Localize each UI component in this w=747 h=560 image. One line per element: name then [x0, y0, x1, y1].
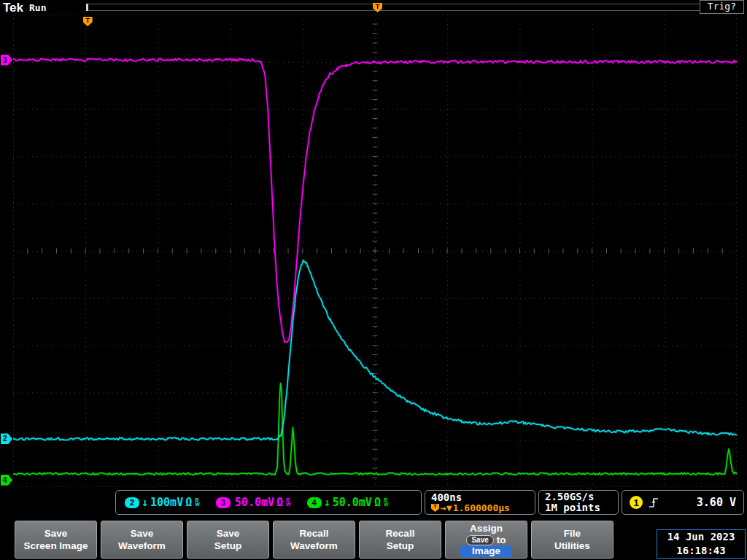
time: 16:18:43: [676, 544, 725, 558]
ch2-coupling: Ω: [185, 496, 192, 509]
ch2-prefix: ↓: [142, 496, 148, 509]
timebase-scale: 400ns: [431, 492, 462, 503]
trigger-source-badge: 1: [630, 496, 643, 509]
file-utilities-button[interactable]: FileUtilities: [531, 521, 614, 559]
ch4-scale: 50.0mV: [333, 496, 372, 509]
ch3-scale: 50.0mV: [235, 496, 274, 509]
ch3-readout: 3 50.0mV Ω BW: [216, 496, 291, 509]
save-waveform-button[interactable]: SaveWaveform: [101, 521, 183, 559]
record-length: 1M points: [545, 502, 600, 513]
save-setup-button[interactable]: SaveSetup: [187, 521, 269, 559]
ch4-badge: 4: [307, 497, 322, 508]
rising-edge-icon: [649, 496, 659, 509]
waveform-svg: [13, 15, 737, 487]
ch4-bw-limit-icon: BW: [384, 498, 389, 507]
horizontal-readout-box: 400ns T →▼ 1.600000µs: [425, 490, 535, 515]
assign-target-image: Image: [460, 545, 512, 557]
waveform-display: [13, 15, 737, 487]
acquisition-readout-box: 2.50GS/s 1M points: [538, 490, 619, 515]
save-screen-image-button[interactable]: SaveScreen Image: [15, 521, 97, 559]
ch3-coupling: Ω: [276, 496, 283, 509]
trigger-position-marker[interactable]: T: [373, 3, 382, 12]
recall-setup-button[interactable]: RecallSetup: [359, 521, 441, 559]
channel-readouts-box: 2 ↓100mV Ω BW 3 50.0mV Ω BW 4 ↓50.0mV Ω …: [115, 490, 422, 515]
ch4-readout: 4 ↓50.0mV Ω BW: [307, 496, 389, 509]
channel-3-marker[interactable]: 3: [1, 55, 12, 66]
trace-ch4: [13, 384, 737, 475]
assign-save-to-image-button[interactable]: Assign Save to Image: [445, 521, 527, 559]
sample-rate: 2.50GS/s: [545, 491, 594, 502]
ch2-badge: 2: [125, 497, 139, 508]
trigger-delay-icon: T: [431, 504, 439, 512]
tek-logo: Tek: [3, 1, 23, 15]
acquisition-status: Run: [29, 2, 46, 13]
oscilloscope-screen: Tek Run T T Trig? 324 2 ↓100mV Ω BW 3 50…: [0, 0, 747, 560]
delay-prefix: →▼: [441, 503, 452, 513]
ch4-coupling: Ω: [374, 496, 381, 509]
trigger-readout-box: 1 3.60 V: [622, 490, 744, 515]
ch2-scale: 100mV: [150, 496, 183, 509]
trigger-delay-readout: T →▼ 1.600000µs: [431, 503, 510, 513]
channel-4-marker[interactable]: 4: [1, 475, 12, 486]
trigger-status-indicator: Trig?: [700, 0, 744, 14]
delay-value: 1.600000µs: [453, 503, 510, 513]
date: 14 Jun 2023: [667, 530, 735, 544]
channel-2-marker[interactable]: 2: [1, 433, 12, 444]
ch3-badge: 3: [216, 497, 231, 508]
save-pill: Save: [466, 535, 493, 545]
ch2-bw-limit-icon: BW: [195, 498, 200, 507]
trigger-level: 3.60 V: [697, 496, 736, 509]
recall-waveform-button[interactable]: RecallWaveform: [273, 521, 355, 559]
ch2-readout: 2 ↓100mV Ω BW: [125, 496, 200, 509]
ch4-prefix: ↓: [324, 496, 330, 509]
record-view-bar: [86, 4, 738, 11]
ch3-bw-limit-icon: BW: [286, 498, 291, 507]
datetime-box: 14 Jun 2023 16:18:43: [657, 529, 746, 559]
